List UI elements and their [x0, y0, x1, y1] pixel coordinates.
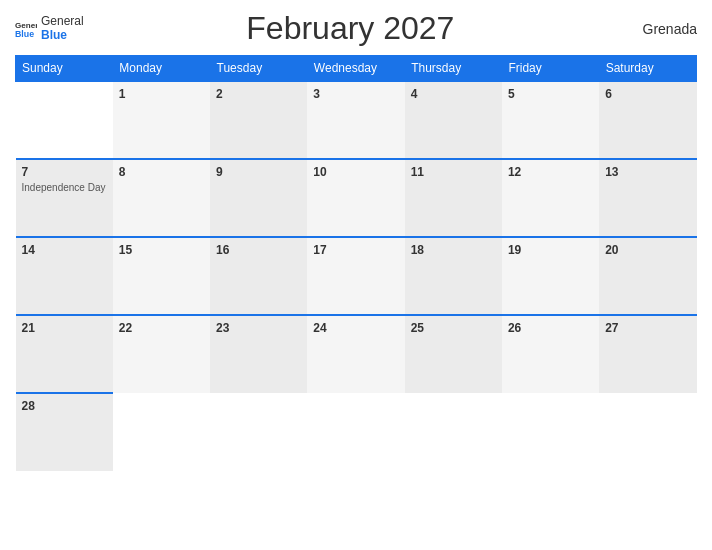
svg-text:Blue: Blue	[15, 29, 34, 39]
day-number: 14	[22, 243, 107, 257]
calendar-body: 1234567Independence Day89101112131415161…	[16, 81, 697, 471]
day-number: 26	[508, 321, 593, 335]
table-row: 4	[405, 81, 502, 159]
table-row: 5	[502, 81, 599, 159]
day-number: 1	[119, 87, 204, 101]
table-row: 1	[113, 81, 210, 159]
day-number: 4	[411, 87, 496, 101]
table-row	[599, 393, 696, 471]
table-row: 26	[502, 315, 599, 393]
table-row	[113, 393, 210, 471]
table-row: 12	[502, 159, 599, 237]
table-row: 20	[599, 237, 696, 315]
table-row: 3	[307, 81, 404, 159]
day-number: 3	[313, 87, 398, 101]
day-number: 15	[119, 243, 204, 257]
day-number: 16	[216, 243, 301, 257]
table-row: 9	[210, 159, 307, 237]
day-number: 12	[508, 165, 593, 179]
col-thursday: Thursday	[405, 56, 502, 82]
day-number: 8	[119, 165, 204, 179]
calendar-header: General Blue General Blue February 2027 …	[15, 10, 697, 47]
logo-icon: General Blue	[15, 18, 37, 40]
day-number: 25	[411, 321, 496, 335]
table-row	[307, 393, 404, 471]
col-saturday: Saturday	[599, 56, 696, 82]
day-number: 28	[22, 399, 107, 413]
table-row: 16	[210, 237, 307, 315]
col-monday: Monday	[113, 56, 210, 82]
table-row	[502, 393, 599, 471]
logo: General Blue General Blue	[15, 15, 84, 41]
table-row	[210, 393, 307, 471]
day-number: 17	[313, 243, 398, 257]
calendar-table: Sunday Monday Tuesday Wednesday Thursday…	[15, 55, 697, 471]
col-tuesday: Tuesday	[210, 56, 307, 82]
day-number: 2	[216, 87, 301, 101]
day-number: 23	[216, 321, 301, 335]
table-row: 23	[210, 315, 307, 393]
table-row: 11	[405, 159, 502, 237]
calendar-container: General Blue General Blue February 2027 …	[0, 0, 712, 550]
day-number: 6	[605, 87, 690, 101]
country-label: Grenada	[617, 21, 697, 37]
holiday-label: Independence Day	[22, 181, 107, 194]
logo-general-text: General	[41, 15, 84, 28]
month-title: February 2027	[84, 10, 617, 47]
table-row: 6	[599, 81, 696, 159]
table-row: 27	[599, 315, 696, 393]
col-sunday: Sunday	[16, 56, 113, 82]
day-number: 20	[605, 243, 690, 257]
day-number: 24	[313, 321, 398, 335]
table-row: 13	[599, 159, 696, 237]
table-row: 17	[307, 237, 404, 315]
calendar-header-row: Sunday Monday Tuesday Wednesday Thursday…	[16, 56, 697, 82]
day-number: 11	[411, 165, 496, 179]
table-row: 21	[16, 315, 113, 393]
day-number: 18	[411, 243, 496, 257]
day-number: 22	[119, 321, 204, 335]
table-row: 24	[307, 315, 404, 393]
table-row: 19	[502, 237, 599, 315]
table-row: 7Independence Day	[16, 159, 113, 237]
table-row: 14	[16, 237, 113, 315]
table-row: 2	[210, 81, 307, 159]
col-wednesday: Wednesday	[307, 56, 404, 82]
logo-blue-text: Blue	[41, 29, 84, 42]
table-row: 10	[307, 159, 404, 237]
day-number: 27	[605, 321, 690, 335]
table-row	[405, 393, 502, 471]
day-number: 19	[508, 243, 593, 257]
col-friday: Friday	[502, 56, 599, 82]
table-row	[16, 81, 113, 159]
table-row: 22	[113, 315, 210, 393]
day-number: 9	[216, 165, 301, 179]
day-number: 7	[22, 165, 107, 179]
table-row: 28	[16, 393, 113, 471]
table-row: 8	[113, 159, 210, 237]
table-row: 25	[405, 315, 502, 393]
day-number: 10	[313, 165, 398, 179]
day-number: 5	[508, 87, 593, 101]
table-row: 15	[113, 237, 210, 315]
day-number: 21	[22, 321, 107, 335]
day-number: 13	[605, 165, 690, 179]
table-row: 18	[405, 237, 502, 315]
